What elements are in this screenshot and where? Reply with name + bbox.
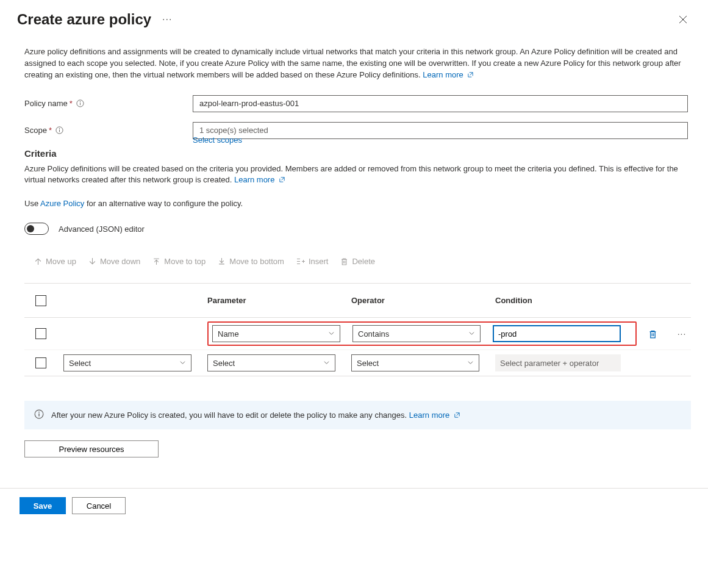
required-star: *	[49, 126, 52, 135]
external-link-icon	[279, 175, 285, 187]
operator-dropdown[interactable]: Select	[351, 354, 479, 371]
external-link-icon	[467, 70, 474, 82]
scope-row: Scope * 1 scope(s) selected	[24, 122, 691, 139]
close-button[interactable]	[675, 12, 691, 27]
policy-name-input[interactable]	[193, 95, 688, 112]
info-message-text: After your new Azure Policy is created, …	[51, 411, 460, 420]
move-top-button[interactable]: Move to top	[152, 257, 206, 266]
arrow-down-icon	[88, 257, 96, 265]
select-scopes-link[interactable]: Select scopes	[193, 135, 242, 145]
criteria-table: Parameter Operator Condition Name Contai…	[24, 283, 691, 376]
learn-more-link-criteria[interactable]: Learn more	[234, 175, 285, 184]
azure-policy-link[interactable]: Azure Policy	[40, 199, 84, 208]
insert-button[interactable]: Insert	[296, 257, 329, 266]
page-title: Create azure policy	[17, 11, 151, 28]
insert-icon	[296, 257, 305, 265]
select-all-checkbox[interactable]	[35, 295, 46, 306]
col-header-operator: Operator	[351, 296, 493, 305]
policy-description-text: Azure policy definitions and assignments…	[24, 47, 681, 79]
learn-more-link-top[interactable]: Learn more	[423, 70, 474, 79]
criteria-desc: Azure Policy definitions will be created…	[24, 163, 691, 187]
row-checkbox[interactable]	[35, 328, 46, 339]
external-link-icon	[454, 411, 460, 420]
condition-placeholder: Select parameter + operator	[495, 354, 621, 371]
info-icon	[34, 409, 44, 421]
table-row: Select Select Select Select parameter + …	[24, 350, 691, 376]
delete-button[interactable]: Delete	[340, 257, 375, 266]
logic-dropdown[interactable]: Select	[63, 354, 191, 371]
col-header-parameter: Parameter	[207, 296, 349, 305]
required-star: *	[70, 99, 73, 108]
chevron-down-icon	[328, 329, 335, 339]
move-bottom-button[interactable]: Move to bottom	[218, 257, 284, 266]
criteria-heading: Criteria	[24, 148, 691, 159]
advanced-editor-toggle[interactable]	[24, 223, 49, 235]
alt-way-text: Use Azure Policy for an alternative way …	[24, 199, 691, 208]
move-down-button[interactable]: Move down	[88, 257, 140, 266]
svg-point-3	[59, 128, 60, 129]
move-up-button[interactable]: Move up	[34, 257, 76, 266]
more-options-button[interactable]: ···	[160, 12, 174, 27]
chevron-down-icon	[323, 359, 330, 368]
arrow-up-icon	[34, 257, 42, 265]
parameter-dropdown[interactable]: Name	[212, 325, 340, 342]
row-checkbox[interactable]	[35, 357, 46, 368]
highlighted-criteria: Name Contains	[207, 321, 637, 346]
close-icon	[679, 15, 687, 24]
trash-icon	[340, 257, 348, 265]
preview-resources-button[interactable]: Preview resources	[24, 440, 159, 457]
operator-dropdown[interactable]: Contains	[352, 325, 481, 342]
table-header-row: Parameter Operator Condition	[24, 284, 691, 318]
toggle-thumb	[27, 225, 34, 232]
row-delete-button[interactable]	[639, 329, 666, 339]
scope-label: Scope *	[24, 126, 193, 135]
panel-header: Create azure policy ···	[0, 0, 708, 34]
scope-display[interactable]: 1 scope(s) selected	[193, 122, 688, 139]
learn-more-link-info[interactable]: Learn more	[409, 411, 460, 420]
svg-point-5	[38, 412, 40, 413]
policy-name-label: Policy name *	[24, 99, 193, 108]
trash-icon	[648, 329, 657, 339]
condition-input[interactable]	[493, 325, 621, 342]
info-icon[interactable]	[76, 99, 84, 107]
info-message-bar: After your new Azure Policy is created, …	[24, 401, 691, 429]
chevron-down-icon	[467, 359, 474, 368]
col-header-condition: Condition	[495, 296, 637, 305]
svg-point-1	[80, 101, 80, 102]
panel-footer: Save Cancel	[0, 488, 708, 523]
table-row: Name Contains ···	[24, 318, 691, 350]
advanced-editor-row: Advanced (JSON) editor	[24, 223, 691, 235]
cancel-button[interactable]: Cancel	[72, 497, 126, 514]
criteria-toolbar: Move up Move down Move to top Move to bo…	[24, 257, 691, 266]
chevron-down-icon	[468, 329, 475, 339]
arrow-bottom-icon	[218, 257, 226, 265]
chevron-down-icon	[179, 359, 186, 368]
row-more-button[interactable]: ···	[668, 329, 695, 339]
save-button[interactable]: Save	[20, 497, 66, 514]
policy-name-row: Policy name *	[24, 95, 691, 112]
parameter-dropdown[interactable]: Select	[207, 354, 335, 371]
panel-content: Azure policy definitions and assignments…	[0, 34, 708, 465]
advanced-editor-label: Advanced (JSON) editor	[59, 224, 145, 234]
arrow-top-icon	[152, 257, 160, 265]
info-icon[interactable]	[55, 126, 63, 134]
policy-description: Azure policy definitions and assignments…	[24, 46, 691, 82]
